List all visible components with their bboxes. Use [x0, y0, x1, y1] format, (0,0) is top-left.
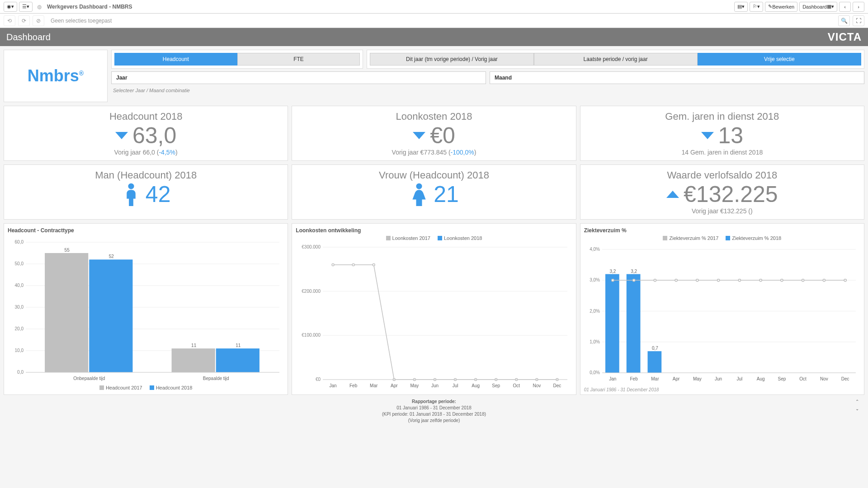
search-button[interactable]: 🔍 [838, 15, 850, 26]
legend-label: Loonkosten 2017 [392, 235, 430, 241]
filters-row: Jaar Maand [111, 71, 864, 84]
footer: Rapportage periode: 01 Januari 1986 - 31… [4, 399, 864, 424]
svg-text:11: 11 [236, 343, 241, 348]
svg-text:May: May [693, 376, 702, 381]
svg-point-100 [612, 279, 614, 282]
svg-text:4,0%: 4,0% [590, 247, 600, 252]
legend-item: Loonkosten 2018 [438, 235, 482, 241]
svg-text:3,0%: 3,0% [590, 277, 600, 282]
svg-point-0 [128, 183, 134, 189]
kpi2-card-0: Man (Headcount) 2018 42 [4, 164, 288, 220]
compass-icon: ◉ [7, 4, 11, 9]
svg-point-49 [373, 264, 375, 266]
legend-label: Ziekteverzuim % 2018 [732, 235, 781, 241]
presentation-icon: ▤ [737, 4, 742, 9]
legend-label: Headcount 2017 [106, 385, 142, 390]
topbar-right: ▤ ▾ ⚐ ▾ ✎ Bewerken Dashboard ▦ ▾ ‹ › [734, 2, 864, 12]
kpi-sub: 14 Gem. jaren in dienst 2018 [585, 149, 859, 156]
footer-l4: (Vorig jaar zelfde periode) [4, 418, 864, 424]
sel-clear-button[interactable]: ⊘ [33, 15, 44, 26]
selections-tool-button[interactable]: ⛶ [853, 15, 864, 26]
dashboard-button[interactable]: Dashboard ▦ ▾ [799, 2, 837, 12]
clear-icon: ⊘ [36, 18, 41, 24]
svg-point-106 [738, 279, 741, 282]
kpi-row-2: Man (Headcount) 2018 42 Vrouw (Headcount… [4, 164, 864, 220]
contract-legend: Headcount 2017Headcount 2018 [8, 385, 284, 390]
kpi-value: €132.225 [585, 181, 859, 207]
svg-rect-70 [605, 274, 619, 373]
period-tab-2[interactable]: Vrije selectie [698, 53, 861, 66]
legend-swatch [150, 385, 154, 390]
scroll-indicator[interactable]: ⌃ ⌄ [855, 399, 859, 412]
svg-text:Sep: Sep [492, 383, 500, 388]
dashboard-label: Dashboard [802, 4, 827, 9]
svg-text:Apr: Apr [391, 383, 398, 388]
trend-up-icon [666, 191, 679, 198]
bookmark-button[interactable]: ⚐ ▾ [750, 2, 763, 12]
config-row: Nmbrs® HeadcountFTE Dit jaar (tm vorige … [4, 50, 864, 102]
kpi-card-1: Loonkosten 2018 €0 Vorig jaar €773.845 (… [292, 106, 576, 161]
svg-point-107 [760, 279, 762, 282]
svg-rect-18 [89, 259, 132, 372]
next-button[interactable]: › [853, 2, 864, 12]
kpi-sub: Vorig jaar €132.225 () [585, 207, 859, 215]
kpi-title: Waarde verlofsaldo 2018 [585, 169, 859, 181]
metric-tab-1[interactable]: FTE [237, 53, 360, 66]
svg-text:55: 55 [65, 248, 70, 253]
present-button[interactable]: ▤ ▾ [734, 2, 748, 12]
prev-button[interactable]: ‹ [839, 2, 851, 12]
sel-fwd-button[interactable]: ⟳ [18, 15, 30, 26]
trend-down-icon [413, 132, 425, 139]
selections-icon: ⛶ [856, 18, 861, 24]
svg-text:Oct: Oct [799, 376, 807, 381]
svg-rect-76 [647, 351, 661, 373]
legend-swatch [726, 236, 730, 240]
page-header: Dashboard VICTA [0, 28, 868, 46]
svg-rect-23 [216, 348, 259, 372]
kpi-card-0: Headcount 2018 63,0 Vorig jaar 66,0 (-4,… [4, 106, 288, 161]
svg-text:Apr: Apr [673, 376, 680, 381]
legend-label: Loonkosten 2018 [444, 235, 482, 241]
compass-button[interactable]: ◉ ▾ [4, 2, 17, 12]
metric-tabs: HeadcountFTE [111, 50, 363, 69]
svg-text:May: May [410, 383, 419, 388]
legend-item: Loonkosten 2017 [386, 235, 430, 241]
year-filter[interactable]: Jaar [111, 71, 486, 84]
legend-item: Headcount 2018 [150, 385, 193, 390]
contract-chart-area: 0,010,020,030,040,050,060,05552Onbepaald… [8, 235, 284, 385]
period-tab-0[interactable]: Dit jaar (tm vorige periode) / Vorig jaa… [370, 53, 533, 66]
selbar-right: 🔍 ⛶ [838, 15, 864, 26]
legend-swatch [438, 236, 442, 240]
svg-text:Oct: Oct [513, 383, 520, 388]
svg-text:0,7: 0,7 [652, 346, 658, 351]
period-tab-1[interactable]: Laatste periode / vorig jaar [534, 53, 698, 66]
svg-text:Jan: Jan [609, 376, 616, 381]
svg-text:€0: €0 [316, 377, 321, 382]
svg-text:50,0: 50,0 [15, 261, 24, 266]
trend-down-icon [701, 132, 714, 139]
legend-label: Ziekteverzuim % 2017 [669, 235, 718, 241]
bookmark-icon: ⚐ [753, 4, 757, 9]
list-button[interactable]: ☰ ▾ [19, 2, 33, 12]
svg-text:€300.000: €300.000 [302, 244, 321, 249]
chevron-up-icon: ⌃ [855, 399, 859, 405]
svg-text:Feb: Feb [349, 383, 358, 388]
loon-chart-card: Loonkosten ontwikkeling Loonkosten 2017L… [292, 223, 576, 395]
search-icon: 🔍 [841, 18, 848, 24]
no-selections-text: Geen selecties toegepast [51, 18, 112, 24]
legend-swatch [99, 385, 104, 390]
footer-l3: (KPI periode: 01 Januari 2018 - 31 Decem… [4, 411, 864, 418]
legend-swatch [663, 236, 667, 240]
kpi-value: 13 [585, 122, 859, 149]
metric-tab-0[interactable]: Headcount [114, 53, 237, 66]
svg-point-109 [802, 279, 804, 282]
svg-text:Jan: Jan [330, 383, 337, 388]
svg-text:40,0: 40,0 [15, 283, 24, 288]
edit-button[interactable]: ✎ Bewerken [765, 2, 797, 12]
month-filter[interactable]: Maand [490, 71, 864, 84]
svg-text:0,0: 0,0 [17, 370, 24, 375]
edit-label: Bewerken [772, 4, 794, 9]
sel-back-button[interactable]: ⟲ [4, 15, 15, 26]
page-title: Dashboard [6, 32, 51, 42]
svg-text:Dec: Dec [553, 383, 561, 388]
